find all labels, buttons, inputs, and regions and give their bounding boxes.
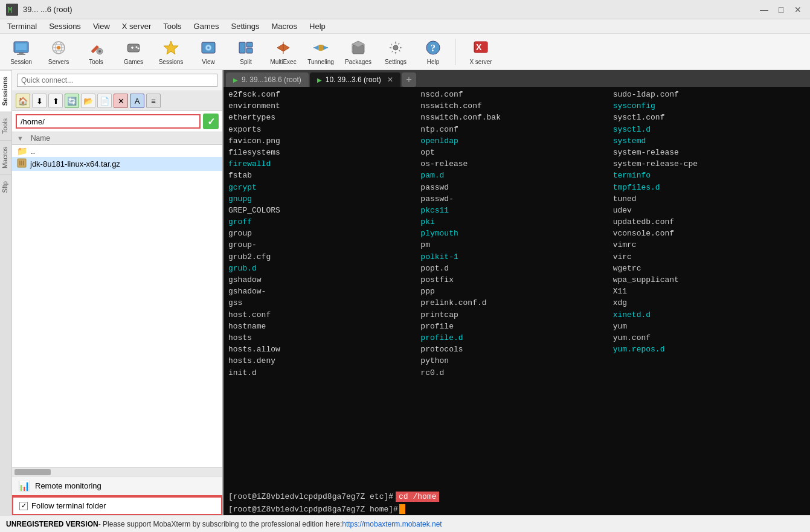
fp-delete-button[interactable]: ✕ <box>114 94 128 108</box>
menu-help[interactable]: Help <box>304 21 330 32</box>
tree-expand-icon: ▼ <box>17 135 24 142</box>
sidebar-item-sftp[interactable]: Sftp <box>0 175 11 199</box>
menu-tools[interactable]: Tools <box>158 21 186 32</box>
close-button[interactable]: ✕ <box>792 4 804 16</box>
term-row: plymouth <box>420 228 612 239</box>
term-row: X11 <box>613 286 805 297</box>
servers-icon <box>49 38 68 57</box>
session-label: Session <box>10 59 32 65</box>
term-row: updatedb.conf <box>613 217 805 228</box>
term-col-1: e2fsck.conf environment ethertypes expor… <box>228 89 420 488</box>
status-bar: UNREGISTERED VERSION - Please support Mo… <box>0 515 810 532</box>
minimize-button[interactable]: — <box>758 4 770 16</box>
sidebar-item-macros[interactable]: Macros <box>0 140 11 175</box>
games-icon <box>124 38 143 57</box>
view-icon <box>199 38 218 57</box>
file-item-name: jdk-8u181-linux-x64.tar.gz <box>30 159 120 168</box>
menu-xserver[interactable]: X server <box>117 21 156 32</box>
term-row: nsswitch.conf.bak <box>420 112 612 123</box>
help-button[interactable]: ? Help <box>416 36 451 68</box>
term-row: gnupg <box>228 194 420 205</box>
list-item[interactable]: 📁 .. <box>12 145 222 157</box>
path-input[interactable] <box>16 114 201 129</box>
term-row: wpa_supplicant <box>613 275 805 286</box>
status-link[interactable]: https://mobaxterm.mobatek.net <box>342 520 442 528</box>
fp-refresh-button[interactable]: 🔄 <box>65 94 79 108</box>
follow-folder-checkbox[interactable]: ✓ <box>19 502 28 510</box>
session-button[interactable]: Session <box>4 36 39 68</box>
term-row: environment <box>228 101 420 112</box>
term-row: prelink.conf.d <box>420 298 612 309</box>
term-row: terminfo <box>613 170 805 181</box>
term-row: protocols <box>420 344 612 355</box>
tunneling-button[interactable]: Tunneling <box>303 36 338 68</box>
xserver-button[interactable]: X X server <box>460 36 502 68</box>
term-row: udev <box>613 205 805 216</box>
status-text: - Please support MobaXterm by subscribin… <box>98 520 342 528</box>
menu-terminal[interactable]: Terminal <box>2 21 42 32</box>
term-row: xdg <box>613 298 805 309</box>
sessions-btn2[interactable]: Sessions <box>153 36 188 68</box>
fp-download-button[interactable]: ⬇ <box>32 94 47 108</box>
multiexec-button[interactable]: MultiExec <box>266 36 301 68</box>
tab-1[interactable]: ▶ 9. 39...168.6 (root) <box>226 72 309 87</box>
tab-2[interactable]: ▶ 10. 39...3.6 (root) ✕ <box>310 72 400 87</box>
term-row: pm <box>420 240 612 251</box>
term-row: gss <box>228 298 420 309</box>
tools-button[interactable]: Tools <box>79 36 114 68</box>
term-row: filesystems <box>228 147 420 158</box>
term-row: GREP_COLORS <box>228 205 420 216</box>
tab-close-2[interactable]: ✕ <box>387 75 393 84</box>
term-row: yum.repos.d <box>613 344 805 355</box>
packages-button[interactable]: Packages <box>341 36 376 68</box>
fp-home-button[interactable]: 🏠 <box>16 94 30 108</box>
games-button[interactable]: Games <box>116 36 151 68</box>
settings-button[interactable]: Settings <box>378 36 413 68</box>
menu-macros[interactable]: Macros <box>266 21 302 32</box>
term-row: sysconfig <box>613 101 805 112</box>
menu-sessions[interactable]: Sessions <box>44 21 86 32</box>
term-row: hosts.deny <box>228 356 420 367</box>
sidebar-item-sessions[interactable]: Sessions <box>0 70 11 112</box>
quick-connect-input[interactable] <box>17 74 217 87</box>
fp-rename-button[interactable]: A <box>130 94 144 108</box>
term-row: os-release <box>420 159 612 170</box>
path-bar: ✓ <box>12 111 222 132</box>
maximize-button[interactable]: □ <box>775 4 787 16</box>
svg-marker-28 <box>323 45 328 50</box>
xserver-label: X server <box>469 59 492 65</box>
monitoring-bar[interactable]: 📊 Remote monitoring <box>12 476 222 495</box>
path-confirm-button[interactable]: ✓ <box>203 114 219 129</box>
svg-text:X: X <box>476 42 482 52</box>
term-row: nscd.conf <box>420 89 612 100</box>
packages-icon <box>349 38 368 57</box>
fp-newfile-button[interactable]: 📄 <box>97 94 112 108</box>
fp-properties-button[interactable]: ≡ <box>146 94 161 108</box>
follow-folder-bar: ✓ Follow terminal folder <box>13 496 221 514</box>
menu-games[interactable]: Games <box>189 21 224 32</box>
svg-rect-26 <box>246 48 252 53</box>
sidebar-item-tools[interactable]: Tools <box>0 112 11 140</box>
term-row: profile <box>420 321 612 332</box>
terminal-output: e2fsck.conf environment ethertypes expor… <box>223 87 810 490</box>
follow-folder-label: Follow terminal folder <box>31 501 106 510</box>
multiexec-label: MultiExec <box>270 59 296 65</box>
scrollbar-thumb[interactable] <box>14 469 51 475</box>
term-row: fstab <box>228 170 420 181</box>
list-item[interactable]: jdk-8u181-linux-x64.tar.gz <box>12 157 222 171</box>
term-row: sysctl.d <box>613 124 805 135</box>
add-tab-button[interactable]: + <box>402 72 416 87</box>
servers-button[interactable]: Servers <box>41 36 76 68</box>
title-bar-left: M 39... ...6 (root) <box>6 4 72 16</box>
menu-view[interactable]: View <box>88 21 115 32</box>
menu-settings[interactable]: Settings <box>227 21 265 32</box>
split-button[interactable]: Split <box>228 36 263 68</box>
horizontal-scrollbar[interactable] <box>12 467 222 476</box>
title-bar: M 39... ...6 (root) — □ ✕ <box>0 0 810 19</box>
file-list[interactable]: 📁 .. jdk-8u181-linux-x64.tar.gz <box>12 145 222 467</box>
fp-newfolder-button[interactable]: 📂 <box>81 94 95 108</box>
terminal-columns: e2fsck.conf environment ethertypes expor… <box>228 89 805 488</box>
view-button[interactable]: View <box>191 36 226 68</box>
fp-upload-button[interactable]: ⬆ <box>48 94 63 108</box>
svg-rect-24 <box>239 42 245 53</box>
